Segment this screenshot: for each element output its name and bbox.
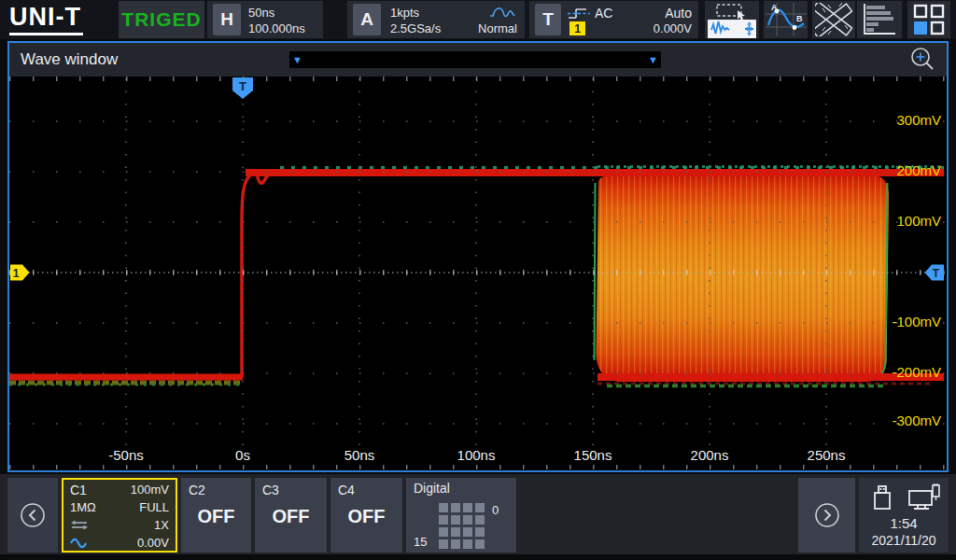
selection-box-icon bbox=[710, 2, 754, 20]
brand-logo: UNI-T bbox=[9, 3, 83, 35]
channel3-name: C3 bbox=[262, 483, 279, 497]
usb-host-icon bbox=[907, 483, 941, 511]
histogram-icon bbox=[862, 4, 897, 35]
time-label: 100ns bbox=[437, 447, 515, 463]
channel1-marker-label: 1 bbox=[13, 267, 20, 280]
trigger-level-value: 0.000V bbox=[654, 21, 692, 35]
voltage-label: 100mV bbox=[876, 213, 941, 229]
time-label: 200ns bbox=[670, 447, 749, 463]
top-status-bar: UNI-T TRIGED H 50ns 100.000ns A 1kpts 2.… bbox=[0, 0, 956, 39]
time-label: 150ns bbox=[554, 447, 632, 463]
digital-first-channel: 0 bbox=[492, 503, 499, 517]
channel1-zero-marker[interactable]: 1 bbox=[10, 265, 30, 281]
ab-measure-tool-button[interactable]: A B bbox=[764, 1, 808, 38]
voltage-label: -300mV bbox=[876, 413, 941, 428]
channel2-name: C2 bbox=[189, 483, 205, 497]
time-label: -50ns bbox=[87, 447, 165, 463]
channel1-probe: 1X bbox=[154, 518, 169, 532]
system-time: 1:54 bbox=[859, 515, 949, 531]
digital-channels-panel[interactable]: Digital 0 15 bbox=[406, 478, 516, 553]
trigger-position-label: T bbox=[239, 79, 246, 93]
channel1-name: C1 bbox=[70, 483, 87, 497]
move-waveform-icon bbox=[708, 20, 756, 38]
horizontal-scale: 50ns bbox=[248, 6, 274, 20]
trigger-sweep-mode: Auto bbox=[665, 6, 692, 21]
time-label: 50ns bbox=[320, 447, 399, 463]
wave-window-titlebar: Wave window ▼ ▼ bbox=[9, 43, 947, 77]
digital-last-channel: 15 bbox=[414, 535, 427, 549]
coupling-icon bbox=[70, 520, 89, 530]
digital-channel-grid bbox=[439, 503, 485, 549]
channel1-panel[interactable]: C1 100mV 1MΩ FULL 1X 0.00V bbox=[62, 478, 177, 553]
channel3-state: OFF bbox=[255, 506, 327, 527]
horizontal-settings-button[interactable]: H 50ns 100.000ns bbox=[207, 1, 323, 38]
channel1-scale: 100mV bbox=[131, 483, 169, 497]
acquire-settings-button[interactable]: A 1kpts 2.5GSa/s Normal bbox=[347, 1, 525, 38]
dropdown-arrow-right-icon: ▼ bbox=[648, 55, 658, 65]
cursor-select-tool-button[interactable] bbox=[705, 1, 759, 38]
layout-grid-icon bbox=[912, 3, 946, 36]
trigger-position-marker[interactable]: T bbox=[232, 77, 253, 99]
usb-device-icon bbox=[870, 483, 896, 511]
channel1-trace bbox=[9, 167, 944, 386]
sample-rate: 2.5GSa/s bbox=[390, 21, 441, 35]
chevron-right-icon bbox=[814, 502, 840, 528]
time-label: 0s bbox=[204, 447, 282, 463]
channel3-panel[interactable]: C3 OFF bbox=[255, 478, 327, 553]
wave-window-title: Wave window bbox=[21, 50, 118, 69]
horizontal-position: 100.000ns bbox=[248, 21, 305, 35]
rising-edge-trigger-icon bbox=[568, 7, 590, 21]
system-status-panel[interactable]: 1:54 2021/11/20 bbox=[859, 478, 949, 553]
acquire-waveform-icon bbox=[489, 7, 515, 19]
horizontal-key: H bbox=[213, 4, 241, 35]
trigger-source-badge: 1 bbox=[569, 21, 585, 35]
memory-depth: 1kpts bbox=[390, 6, 419, 20]
prev-page-button[interactable] bbox=[7, 478, 58, 553]
ab-curve-icon: A B bbox=[766, 3, 807, 36]
channel4-state: OFF bbox=[330, 506, 402, 527]
channel1-offset: 0.00V bbox=[137, 536, 169, 550]
channel4-name: C4 bbox=[338, 483, 355, 497]
voltage-label: 200mV bbox=[876, 162, 941, 178]
system-date: 2021/11/20 bbox=[859, 533, 949, 548]
voltage-label: -100mV bbox=[876, 314, 941, 329]
chevron-left-icon bbox=[20, 502, 46, 528]
digital-panel-name: Digital bbox=[414, 481, 450, 496]
waveform-plot[interactable]: T 1 T bbox=[9, 77, 945, 470]
channel4-panel[interactable]: C4 OFF bbox=[330, 478, 402, 553]
display-layout-button[interactable] bbox=[907, 1, 950, 38]
trigger-key: T bbox=[535, 4, 561, 35]
channel2-state: OFF bbox=[181, 506, 251, 527]
trigger-level-label: T bbox=[933, 267, 940, 280]
oscilloscope-screen: UNI-T TRIGED H 50ns 100.000ns A 1kpts 2.… bbox=[0, 0, 956, 560]
wave-source-dropdown[interactable]: ▼ ▼ bbox=[289, 51, 661, 68]
channel1-bandwidth: FULL bbox=[139, 500, 169, 514]
voltage-label: 300mV bbox=[876, 112, 941, 128]
dropdown-arrow-left-icon: ▼ bbox=[292, 55, 302, 65]
zoom-in-button[interactable] bbox=[907, 45, 937, 75]
acquire-mode: Normal bbox=[478, 21, 517, 35]
trigger-status-badge: TRIGED bbox=[119, 1, 204, 38]
channel2-panel[interactable]: C2 OFF bbox=[181, 478, 251, 553]
trigger-coupling: AC bbox=[595, 6, 612, 21]
crossed-rulers-icon bbox=[815, 3, 852, 36]
measure-tool-button[interactable] bbox=[812, 1, 855, 38]
channel1-impedance: 1MΩ bbox=[70, 500, 96, 514]
ab-icon-a-label: A bbox=[771, 3, 778, 12]
next-page-button[interactable] bbox=[798, 478, 855, 553]
statistics-tool-button[interactable] bbox=[857, 1, 902, 38]
voltage-label: -200mV bbox=[876, 364, 941, 380]
time-label: 250ns bbox=[787, 447, 865, 463]
trigger-settings-button[interactable]: T AC Auto 1 0.000V bbox=[529, 1, 698, 38]
acquire-key: A bbox=[353, 4, 381, 35]
ab-icon-b-label: B bbox=[796, 14, 803, 23]
trigger-level-marker[interactable]: T bbox=[925, 265, 945, 281]
sine-wave-icon bbox=[70, 538, 88, 549]
